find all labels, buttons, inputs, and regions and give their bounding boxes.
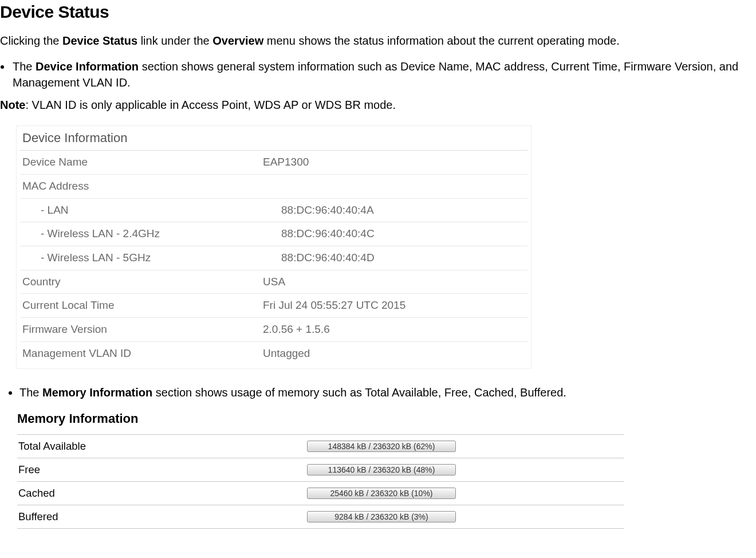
value-mac-address <box>263 179 525 194</box>
badge-buffered: 9284 kB / 236320 kB (3%) <box>307 511 456 522</box>
value-mac-wlan-5: 88:DC:96:40:40:4D <box>281 251 525 265</box>
note-paragraph: Note: VLAN ID is only applicable in Acce… <box>0 99 756 112</box>
value-cell-free: 113640 kB / 236320 kB (48%) <box>299 464 624 476</box>
badge-cached: 25460 kB / 236320 kB (10%) <box>307 488 456 499</box>
intro-paragraph: Clicking the Device Status link under th… <box>0 33 756 49</box>
badge-total-available: 148384 kB / 236320 kB (62%) <box>307 441 456 452</box>
row-buffered: Buffered 9284 kB / 236320 kB (3%) <box>17 505 624 529</box>
note-text: : VLAN ID is only applicable in Access P… <box>25 99 396 111</box>
device-information-header: Device Information <box>20 129 527 151</box>
value-cell-buffered: 9284 kB / 236320 kB (3%) <box>299 511 624 522</box>
row-free: Free 113640 kB / 236320 kB (48%) <box>17 458 624 482</box>
memory-information-table: Total Available 148384 kB / 236320 kB (6… <box>17 434 624 529</box>
bullet-list-2: The Memory Information section shows usa… <box>0 385 756 401</box>
value-cell-cached: 25460 kB / 236320 kB (10%) <box>299 488 624 499</box>
page-root: Device Status Clicking the Device Status… <box>0 0 756 552</box>
intro-link-device-status: Device Status <box>62 34 137 47</box>
bullet-list-1: The Device Information section shows gen… <box>0 59 756 91</box>
value-device-name: EAP1300 <box>263 155 525 170</box>
value-country: USA <box>263 275 525 289</box>
value-management-vlan: Untagged <box>263 347 525 361</box>
value-mac-wlan-24: 88:DC:96:40:40:4C <box>281 227 525 241</box>
row-mac-lan: - LAN 88:DC:96:40:40:4A <box>20 199 527 223</box>
value-cell-total-available: 148384 kB / 236320 kB (62%) <box>299 441 624 452</box>
page-title: Device Status <box>0 2 756 22</box>
memory-information-header: Memory Information <box>17 411 624 426</box>
label-device-name: Device Name <box>22 155 263 170</box>
intro-link-overview: Overview <box>212 34 263 47</box>
badge-free: 113640 kB / 236320 kB (48%) <box>307 464 456 476</box>
bullet2-post: section shows usage of memory such as To… <box>152 386 566 399</box>
memory-information-panel: Memory Information Total Available 14838… <box>17 411 624 529</box>
row-firmware-version: Firmware Version 2.0.56 + 1.5.6 <box>20 318 527 342</box>
label-mac-wlan-5: - Wireless LAN - 5GHz <box>22 251 281 265</box>
bullet-device-information: The Device Information section shows gen… <box>11 59 756 91</box>
bullet2-bold: Memory Information <box>42 386 152 399</box>
label-management-vlan: Management VLAN ID <box>22 347 263 361</box>
device-information-panel: Device Information Device Name EAP1300 M… <box>16 125 531 369</box>
row-cached: Cached 25460 kB / 236320 kB (10%) <box>17 482 624 505</box>
note-label: Note <box>0 99 25 111</box>
row-mac-wlan-5: - Wireless LAN - 5GHz 88:DC:96:40:40:4D <box>20 246 527 270</box>
label-mac-lan: - LAN <box>22 203 281 218</box>
row-mac-address: MAC Address <box>20 175 527 199</box>
label-total-available: Total Available <box>17 440 299 453</box>
value-mac-lan: 88:DC:96:40:40:4A <box>281 203 525 218</box>
intro-mid: link under the <box>137 34 212 47</box>
bullet2-pre: The <box>19 386 42 399</box>
bullet1-pre: The <box>13 60 36 73</box>
intro-pre: Clicking the <box>0 34 62 47</box>
label-free: Free <box>17 463 299 476</box>
bullet1-bold: Device Information <box>36 60 139 73</box>
row-management-vlan: Management VLAN ID Untagged <box>20 342 527 366</box>
value-firmware-version: 2.0.56 + 1.5.6 <box>263 323 525 337</box>
label-current-time: Current Local Time <box>22 298 263 313</box>
row-current-time: Current Local Time Fri Jul 24 05:55:27 U… <box>20 294 527 318</box>
row-mac-wlan-24: - Wireless LAN - 2.4GHz 88:DC:96:40:40:4… <box>20 222 527 246</box>
label-cached: Cached <box>17 487 299 500</box>
row-device-name: Device Name EAP1300 <box>20 151 527 175</box>
label-buffered: Buffered <box>17 510 299 523</box>
intro-post: menu shows the status information about … <box>263 34 619 47</box>
value-current-time: Fri Jul 24 05:55:27 UTC 2015 <box>263 298 525 313</box>
label-mac-wlan-24: - Wireless LAN - 2.4GHz <box>22 227 281 241</box>
label-firmware-version: Firmware Version <box>22 323 263 337</box>
label-mac-address: MAC Address <box>22 179 263 194</box>
row-country: Country USA <box>20 270 527 294</box>
row-total-available: Total Available 148384 kB / 236320 kB (6… <box>17 435 624 458</box>
bullet-memory-information: The Memory Information section shows usa… <box>19 385 756 401</box>
label-country: Country <box>22 275 263 289</box>
